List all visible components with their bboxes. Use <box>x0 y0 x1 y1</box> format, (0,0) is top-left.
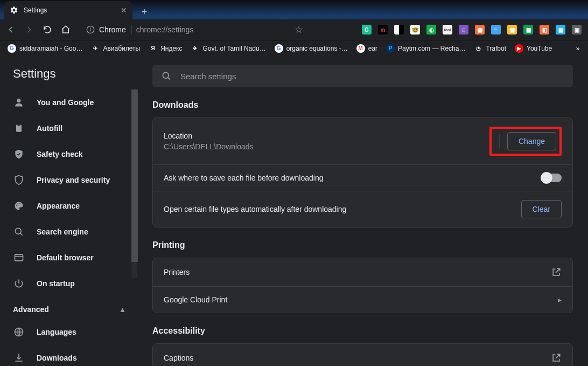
browser-icon <box>13 252 25 264</box>
bookmark-label: Paytm.com — Recha… <box>398 45 465 52</box>
gear-icon <box>10 6 18 15</box>
extension-momentum[interactable]: m <box>378 25 388 34</box>
downloads-location-path: C:\Users\DELL\Downloads <box>164 142 254 151</box>
bookmark-item[interactable]: ✈Авиабилеты <box>88 42 143 55</box>
new-tab-button[interactable]: + <box>137 4 152 19</box>
search-icon <box>13 226 25 238</box>
svg-rect-2 <box>90 29 90 31</box>
svg-point-3 <box>17 99 21 102</box>
extension-sheets[interactable]: ▦ <box>523 25 533 34</box>
chevron-right-icon: ▸ <box>558 295 562 304</box>
external-link-icon <box>551 267 562 278</box>
address-bar[interactable]: Chrome chrome://settings <box>81 22 291 38</box>
ask-before-download-toggle[interactable] <box>542 174 562 182</box>
extension-ext1[interactable]: □ <box>459 25 468 34</box>
settings-main: Downloads Location C:\Users\DELL\Downloa… <box>137 56 588 366</box>
info-icon <box>86 25 95 34</box>
bookmark-item[interactable]: ▶YouTube <box>512 42 555 55</box>
bookmark-favicon: Я <box>149 44 157 53</box>
sidebar-item-on-startup[interactable]: On startup <box>0 271 137 296</box>
extension-ext6[interactable]: ◧ <box>540 25 549 34</box>
bookmark-star-button[interactable]: ☆ <box>295 24 303 36</box>
sidebar-item-default-browser[interactable]: Default browser <box>0 245 137 271</box>
sidebar-item-label: Privacy and security <box>37 176 110 184</box>
bookmark-favicon: ✈ <box>91 44 100 53</box>
extension-ublock[interactable]: ◐ <box>426 25 436 34</box>
clear-filetypes-button[interactable]: Clear <box>521 200 562 218</box>
browser-toolbar: Chrome chrome://settings ☆ Gm🤓◐font□▦≡▦▦… <box>0 19 588 40</box>
svg-point-8 <box>19 203 20 204</box>
clipboard-icon <box>13 122 25 134</box>
extension-buddy[interactable]: 🤓 <box>410 25 420 34</box>
accessibility-card: Captions <box>152 343 573 366</box>
sidebar-item-you-and-google[interactable]: You and Google <box>0 89 137 115</box>
sidebar-item-label: Safety check <box>37 150 83 158</box>
tab-close-button[interactable]: ✕ <box>121 6 127 15</box>
advanced-label: Advanced <box>13 305 49 314</box>
extension-ext2[interactable]: ▦ <box>475 25 485 34</box>
back-button[interactable] <box>4 23 17 36</box>
bookmark-label: Govt. of Tamil Nadu… <box>202 45 265 52</box>
bookmark-item[interactable]: ЯЯндекс <box>145 42 185 55</box>
home-button[interactable] <box>59 23 72 36</box>
sidebar-item-label: Autofill <box>37 124 62 133</box>
sidebar-item-appearance[interactable]: Appearance <box>0 193 137 219</box>
forward-button[interactable] <box>23 23 36 36</box>
sidebar-item-label: Default browser <box>37 253 94 262</box>
change-location-button[interactable]: Change <box>507 132 556 150</box>
extension-grammarly[interactable]: G <box>362 25 372 34</box>
bookmark-item[interactable]: Gorganic equations -… <box>271 42 351 55</box>
section-title-accessibility: Accessibility <box>152 326 573 336</box>
extension-icons: Gm🤓◐font□▦≡▦▦◧▤▣ <box>362 25 584 34</box>
sidebar-item-downloads[interactable]: Downloads <box>0 345 137 366</box>
bookmark-label: YouTube <box>527 45 552 52</box>
sidebar-item-label: Languages <box>37 328 76 336</box>
bookmark-label: Trafbot <box>486 45 506 52</box>
sidebar-scrollbar[interactable] <box>131 89 137 278</box>
bookmark-item[interactable]: ✈Govt. of Tamil Nadu… <box>187 42 269 55</box>
downloads-card: Location C:\Users\DELL\Downloads Change … <box>152 118 573 227</box>
bookmark-label: organic equations -… <box>286 45 348 52</box>
change-button-highlight: Change <box>489 127 562 156</box>
captions-row[interactable]: Captions <box>153 344 572 366</box>
extension-ext3[interactable]: ≡ <box>491 25 501 34</box>
bookmark-item[interactable]: ◷Trafbot <box>471 42 509 55</box>
bookmarks-overflow-button[interactable]: » <box>572 45 584 52</box>
sidebar-item-label: Search engine <box>37 227 88 236</box>
browser-tab[interactable]: Settings ✕ <box>4 1 132 19</box>
tab-title: Settings <box>24 6 47 14</box>
bookmark-label: ear <box>368 45 377 52</box>
bookmark-label: Авиабилеты <box>103 45 140 52</box>
sidebar-item-label: You and Google <box>37 98 94 107</box>
bookmark-item[interactable]: Gsiddaramaiah - Goo… <box>4 42 86 55</box>
sidebar-item-privacy-and-security[interactable]: Privacy and security <box>0 167 137 193</box>
reload-button[interactable] <box>41 23 54 36</box>
google-cloud-print-row[interactable]: Google Cloud Print ▸ <box>153 287 572 313</box>
svg-point-6 <box>16 205 17 206</box>
sidebar-item-search-engine[interactable]: Search engine <box>0 219 137 245</box>
sidebar-item-safety-check[interactable]: Safety check <box>0 141 137 167</box>
shield-icon <box>13 174 25 186</box>
svg-point-1 <box>90 27 91 29</box>
person-icon <box>13 96 25 108</box>
bookmark-favicon: G <box>275 44 283 53</box>
extension-ext4[interactable]: ▦ <box>507 25 517 34</box>
bookmark-item[interactable]: PPaytm.com — Recha… <box>383 42 468 55</box>
sidebar-item-languages[interactable]: Languages <box>0 319 137 345</box>
extension-font[interactable]: font <box>443 25 452 34</box>
extension-dark-reader[interactable] <box>394 25 404 34</box>
sidebar-section-advanced[interactable]: Advanced▴ <box>0 296 137 319</box>
settings-search[interactable] <box>152 65 573 87</box>
bookmarks-bar: Gsiddaramaiah - Goo…✈АвиабилетыЯЯндекс✈G… <box>0 40 588 56</box>
sidebar-item-label: Appearance <box>37 202 80 210</box>
extension-ext7[interactable]: ▤ <box>556 25 565 34</box>
printers-row[interactable]: Printers <box>153 258 572 287</box>
printers-label: Printers <box>164 268 190 277</box>
downloads-filetypes-row: Open certain file types automatically af… <box>153 191 572 227</box>
extension-ext8[interactable]: ▣ <box>572 25 582 34</box>
bookmark-item[interactable]: Mear <box>353 42 381 55</box>
power-icon <box>13 278 25 289</box>
downloads-ask-label: Ask where to save each file before downl… <box>164 174 324 182</box>
sidebar-item-autofill[interactable]: Autofill <box>0 115 137 141</box>
settings-search-input[interactable] <box>180 72 564 81</box>
